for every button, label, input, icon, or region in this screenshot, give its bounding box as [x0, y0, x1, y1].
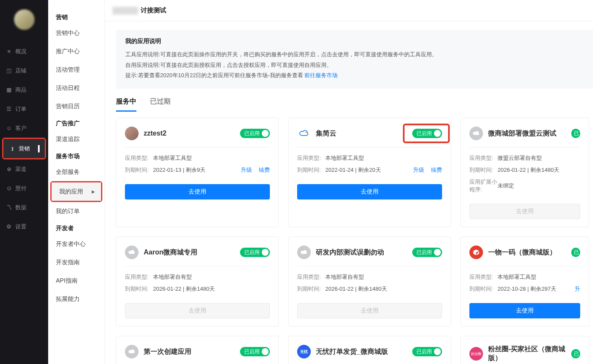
enable-toggle[interactable]: 已启用 — [240, 129, 270, 138]
nav-settings[interactable]: ⚙ 设置 — [0, 217, 48, 236]
nav-label: 设置 — [15, 223, 26, 231]
cloud-icon — [125, 345, 139, 358]
nav-label: 订单 — [15, 105, 26, 113]
app-card: 无忧无忧打单发货_微商城版已启用应用类型:本地部署工具型到期时间:2022-10… — [288, 336, 451, 364]
sec-my-apps[interactable]: 我的应用 ▶ — [52, 182, 101, 201]
nav-goods[interactable]: ▦ 商品 — [0, 80, 48, 99]
card-head: Aaron微商城专用已启用 — [125, 246, 270, 259]
app-avatar-icon — [125, 127, 139, 140]
chevron-right-icon: ▶ — [92, 189, 95, 194]
use-button: 去使用 — [469, 204, 580, 219]
sec-marketing-center[interactable]: 营销中心 — [48, 24, 104, 42]
divider — [125, 147, 270, 147]
card-head: 研发内部测试误删勿动已启用 — [297, 246, 442, 259]
svg-point-0 — [305, 132, 307, 133]
field-row: 应用类型:本地部署工具型 — [469, 273, 580, 281]
upgrade-link[interactable]: 升级 — [413, 166, 424, 174]
enable-toggle[interactable]: 已启用 — [412, 129, 442, 138]
sec-activity-manage[interactable]: 活动管理 — [48, 61, 104, 79]
sec-activity-schedule[interactable]: 活动日程 — [48, 79, 104, 97]
sec-marketing-calendar[interactable]: 营销日历 — [48, 97, 104, 116]
field-value: 未绑定 — [498, 182, 580, 190]
app-card: 集简云已启用应用类型:本地部署工具型到期时间:2022-01-24 | 剩余20… — [288, 118, 451, 227]
field-label: 到期时间: — [125, 166, 153, 174]
field-row: 应用类型:本地部署工具型 — [125, 154, 270, 162]
sec-channel-track[interactable]: 渠道追踪 — [48, 130, 104, 148]
nav-orders[interactable]: ☰ 订单 — [0, 99, 48, 118]
print-icon: 无忧 — [297, 345, 311, 358]
app-cards: zztest2已启用应用类型:本地部署工具型到期时间:2022-01-13 | … — [116, 118, 593, 364]
nav-customers[interactable]: ☺ 客户 — [0, 118, 48, 138]
field-value: 2026-01-22 | 剩余1480天 — [153, 285, 270, 293]
app-name: Aaron微商城专用 — [144, 248, 235, 257]
field-row: 应用类型:微盟云部署自有型 — [469, 154, 580, 162]
app-card: 微商城部署微盟云测试已应用类型:微盟云部署自有型到期时间:2026-01-22 … — [460, 118, 589, 227]
app-name: 无忧打单发货_微商城版 — [316, 347, 407, 356]
use-button[interactable]: 去使用 — [125, 184, 270, 199]
nav-label: 店铺 — [15, 67, 26, 75]
sec-dev-guide[interactable]: 开发指南 — [48, 253, 104, 272]
enable-toggle[interactable]: 已启用 — [412, 248, 442, 257]
field-value: 2022-10-28 | 剩余297天 — [498, 285, 575, 293]
action-links: 升级续费 — [413, 166, 442, 174]
nav-shop[interactable]: ◫ 店铺 — [0, 61, 48, 80]
field-row: 到期时间:2022-01-24 | 剩余20天升级续费 — [297, 166, 442, 174]
enable-toggle[interactable]: 已启用 — [412, 347, 442, 356]
nav-overview[interactable]: ≡ 概况 — [0, 42, 48, 61]
nav-label: 渠道 — [15, 165, 26, 173]
field-value: 2022-01-24 | 剩余20天 — [325, 166, 413, 174]
sec-api-guide[interactable]: API指南 — [48, 272, 104, 290]
customer-icon: ☺ — [6, 125, 12, 131]
divider — [297, 147, 442, 147]
upgrade-link[interactable]: 升级 — [241, 166, 252, 174]
tab-in-service[interactable]: 服务中 — [116, 97, 136, 112]
field-row: 到期时间:2026-01-22 | 剩余1480天 — [297, 285, 442, 293]
nav-label: 概况 — [15, 48, 26, 55]
card-head: zztest2已启用 — [125, 127, 270, 140]
nav-label: 慧付 — [15, 185, 26, 192]
action-links: 升级续费 — [241, 166, 270, 174]
sec-all-services[interactable]: 全部服务 — [48, 163, 104, 181]
app-name: 微商城部署微盟云测试 — [488, 129, 566, 138]
sec-extend[interactable]: 拓展能力 — [48, 290, 104, 308]
enable-toggle[interactable]: 已 — [571, 129, 580, 138]
notice-box: 我的应用说明 工具应用说明:可直接在此页面操作应用的开关，将已购买的服务中的应用… — [116, 30, 593, 89]
data-icon: 〽 — [6, 204, 12, 211]
notice-link[interactable]: 前往服务市场 — [304, 72, 338, 78]
sec-promotion-center[interactable]: 推广中心 — [48, 42, 104, 61]
main: 讨接测试 我的应用说明 工具应用说明:可直接在此页面操作应用的开关，将已购买的服… — [105, 0, 593, 364]
field-label: 应用类型: — [469, 273, 498, 281]
tab-expired[interactable]: 已过期 — [150, 97, 171, 112]
nav-data[interactable]: 〽 数据 — [0, 198, 48, 217]
title-suffix: 讨接测试 — [141, 6, 166, 14]
app-name: 第一次创建应用 — [144, 347, 235, 356]
nav-huifu[interactable]: ⊙ 慧付 — [0, 179, 48, 198]
divider — [125, 266, 270, 266]
use-button[interactable]: 去使用 — [297, 184, 442, 199]
field-row: 应用类型:本地部署自有型 — [297, 273, 442, 281]
app-name: 一物一码（微商城版） — [488, 248, 566, 257]
nav-label: 营销 — [19, 145, 30, 153]
field-label: 应用类型: — [469, 154, 498, 162]
fans-icon: 粉丝圈 — [469, 347, 483, 361]
enable-toggle[interactable]: 已 — [571, 349, 580, 358]
field-row: 到期时间:2022-10-28 | 剩余297天升 — [469, 285, 580, 293]
enable-toggle[interactable]: 已启用 — [240, 347, 270, 356]
group-ad: 广告推广 — [48, 116, 104, 130]
use-button[interactable]: 去使用 — [469, 303, 580, 318]
upgrade-link[interactable]: 升 — [575, 285, 580, 293]
enable-toggle[interactable]: 已 — [571, 248, 580, 257]
field-label: 应用类型: — [125, 154, 153, 162]
nav-marketing[interactable]: ⫿ 营销 — [3, 139, 45, 158]
nav-channel[interactable]: ⊕ 渠道 — [0, 159, 48, 179]
cloud-icon — [469, 127, 483, 140]
content-scroll[interactable]: 我的应用说明 工具应用说明:可直接在此页面操作应用的开关，将已购买的服务中的应用… — [105, 21, 593, 364]
enable-toggle[interactable]: 已启用 — [240, 248, 270, 257]
renew-link[interactable]: 续费 — [259, 166, 270, 174]
avatar[interactable] — [14, 9, 35, 30]
sec-dev-center[interactable]: 开发者中心 — [48, 235, 104, 253]
use-button: 去使用 — [297, 303, 442, 318]
sec-my-orders[interactable]: 我的订单 — [48, 202, 104, 220]
field-label: 到期时间: — [469, 285, 498, 293]
renew-link[interactable]: 续费 — [431, 166, 442, 174]
